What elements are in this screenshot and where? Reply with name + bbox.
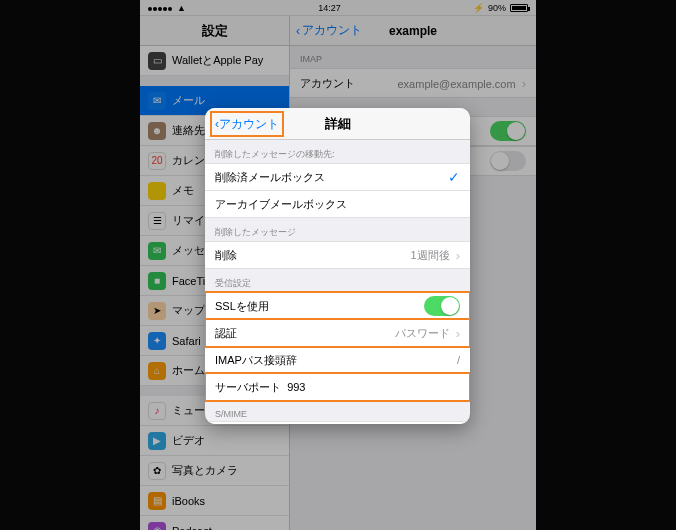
delete-row[interactable]: 削除1週間後› — [205, 241, 470, 269]
checkmark-icon: ✓ — [448, 169, 460, 185]
popover-back-button[interactable]: ‹アカウント — [211, 112, 283, 136]
deleted-mailbox-row[interactable]: 削除済メールボックス✓ — [205, 163, 470, 191]
section-deleted-msgs: 削除したメッセージ — [205, 218, 470, 242]
imap-prefix-row[interactable]: IMAPパス接頭辞/ — [205, 346, 470, 374]
ssl-toggle[interactable] — [424, 296, 460, 316]
detail-popover: ‹アカウント 詳細 削除したメッセージの移動先: 削除済メールボックス✓ アーカ… — [205, 108, 470, 424]
server-port-row[interactable]: サーバポート 993 — [205, 373, 470, 401]
section-smime: S/MIME — [205, 401, 470, 422]
server-port-value: 993 — [287, 381, 305, 393]
chevron-right-icon: › — [456, 326, 460, 341]
smime-row[interactable]: S/MIME — [205, 421, 470, 424]
auth-row[interactable]: 認証パスワード› — [205, 319, 470, 347]
popover-title: 詳細 — [325, 115, 351, 133]
section-incoming: 受信設定 — [205, 269, 470, 293]
archive-mailbox-row[interactable]: アーカイブメールボックス — [205, 190, 470, 218]
ssl-row[interactable]: SSLを使用 — [205, 292, 470, 320]
chevron-right-icon: › — [456, 248, 460, 263]
section-move-deleted: 削除したメッセージの移動先: — [205, 140, 470, 164]
